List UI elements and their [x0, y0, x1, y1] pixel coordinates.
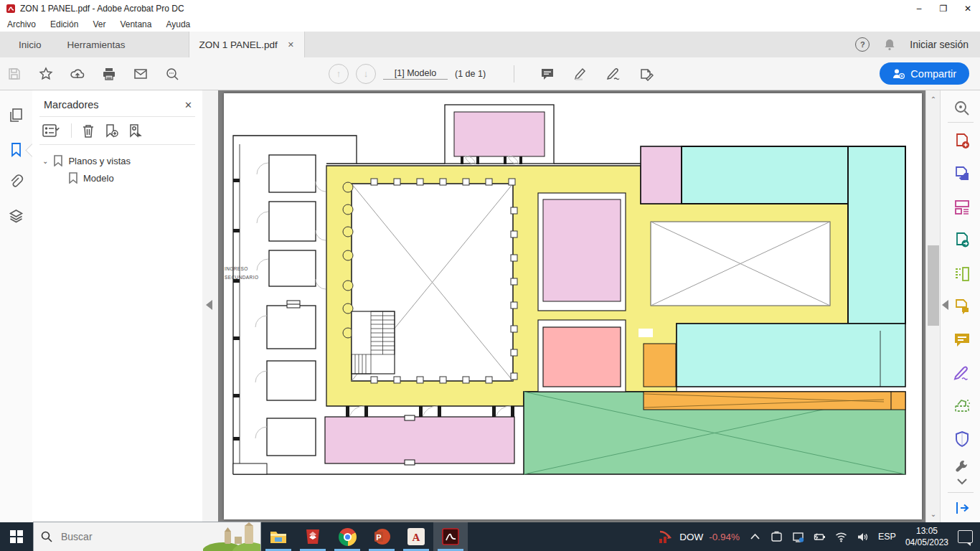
bookmarks-icon[interactable] — [9, 142, 24, 157]
tab-document[interactable]: ZON 1 PANEL.pdf ✕ — [189, 32, 306, 57]
vertical-scrollbar[interactable]: ⌃ ⌄ — [925, 90, 941, 522]
new-bookmark-icon[interactable] — [105, 124, 118, 138]
volume-icon[interactable] — [857, 531, 869, 543]
more-tools-icon[interactable] — [955, 459, 969, 474]
comment-icon[interactable] — [953, 331, 971, 349]
bookmark-item-child[interactable]: Modelo — [37, 169, 198, 187]
clock-time: 13:05 — [905, 525, 948, 537]
windows-logo-icon — [10, 530, 23, 543]
cloud-upload-icon[interactable] — [70, 67, 85, 81]
scroll-up-icon[interactable]: ⌃ — [930, 96, 937, 103]
attachments-icon[interactable] — [9, 174, 24, 189]
sign-pen-icon[interactable] — [606, 67, 621, 81]
bookmark-icon — [68, 172, 78, 184]
print-icon[interactable] — [102, 67, 116, 81]
create-pdf-icon[interactable] — [953, 133, 971, 150]
tab-bar: Inicio Herramientas ZON 1 PANEL.pdf ✕ ? … — [0, 32, 980, 57]
taskbar-app-file-explorer[interactable] — [261, 522, 296, 551]
scan-ocr-icon[interactable] — [953, 397, 971, 415]
fill-sign-icon[interactable] — [953, 364, 971, 382]
organize-pages-icon[interactable] — [953, 199, 971, 216]
menu-archivo[interactable]: Archivo — [0, 19, 43, 29]
tools-panel — [940, 90, 980, 522]
taskbar-app-powerpoint[interactable]: P — [364, 522, 399, 551]
page-down-button[interactable]: ↓ — [356, 64, 376, 84]
menu-ver[interactable]: Ver — [85, 19, 113, 29]
stock-widget[interactable]: DOW -0.94% — [658, 529, 740, 544]
expand-tools-pane-icon[interactable] — [955, 501, 969, 515]
search-input[interactable] — [60, 530, 170, 543]
stamp-page-icon[interactable] — [639, 67, 654, 81]
display-cast-icon[interactable] — [792, 531, 804, 543]
menu-edicion[interactable]: Edición — [43, 19, 85, 29]
sign-in-link[interactable]: Iniciar sesión — [910, 39, 969, 50]
page-up-button[interactable]: ↑ — [329, 64, 349, 84]
bookmark-options-icon[interactable] — [42, 124, 61, 137]
taskbar-app-sketchup[interactable] — [296, 522, 330, 551]
close-button[interactable]: ✕ — [956, 0, 980, 17]
collapse-left-panel-icon[interactable] — [206, 300, 212, 310]
protect-icon[interactable] — [953, 430, 971, 448]
tab-inicio[interactable]: Inicio — [6, 32, 55, 57]
acrobat-window: ZON 1 PANEL.pdf - Adobe Acrobat Pro DC –… — [0, 0, 980, 551]
search-tools-icon[interactable] — [953, 100, 971, 117]
language-indicator[interactable]: ESP — [878, 532, 896, 542]
window-title: ZON 1 PANEL.pdf - Adobe Acrobat Pro DC — [20, 4, 184, 14]
export-pdf-icon[interactable] — [953, 166, 971, 183]
comment-note-icon[interactable] — [540, 67, 555, 81]
panel-gutter — [202, 90, 218, 522]
page-thumbnails-icon[interactable] — [9, 108, 24, 123]
page-number-field[interactable] — [383, 67, 448, 80]
collapse-right-panel-icon[interactable] — [942, 300, 948, 310]
tray-chevron-up-icon[interactable] — [749, 531, 761, 543]
bookmarks-panel: Marcadores ✕ — [32, 90, 203, 522]
pdf-page[interactable]: INGRESO SECUNDARIO — [224, 93, 922, 519]
tab-close-icon[interactable]: ✕ — [288, 40, 294, 50]
bookmarks-panel-title: Marcadores — [44, 99, 99, 110]
request-signatures-icon[interactable] — [953, 298, 971, 316]
scrollbar-thumb[interactable] — [928, 245, 939, 326]
bookmark-label[interactable]: Modelo — [83, 173, 114, 184]
layers-icon[interactable] — [9, 209, 24, 224]
menu-ventana[interactable]: Ventana — [113, 19, 159, 29]
bookmark-item-parent[interactable]: ⌄ Planos y vistas — [37, 152, 198, 169]
tablet-mode-icon[interactable] — [771, 531, 783, 543]
toolbar: ↑ ↓ (1 de 1) — [0, 57, 980, 90]
search-icon — [41, 531, 52, 542]
divider — [948, 122, 974, 123]
battery-icon[interactable] — [814, 531, 826, 543]
menu-ayuda[interactable]: Ayuda — [159, 19, 197, 29]
send-file-icon[interactable] — [953, 232, 971, 249]
bell-icon[interactable] — [882, 37, 897, 52]
chevron-down-icon[interactable] — [956, 478, 968, 485]
save-icon[interactable] — [7, 67, 22, 81]
star-favorite-icon[interactable] — [39, 67, 53, 81]
clock[interactable]: 13:05 04/05/2023 — [905, 525, 948, 548]
sketchup-icon — [303, 527, 322, 546]
wifi-icon[interactable] — [835, 531, 847, 543]
minimize-button[interactable]: – — [907, 0, 931, 17]
help-icon[interactable]: ? — [855, 37, 870, 52]
maximize-button[interactable]: ❐ — [931, 0, 956, 17]
highlighter-icon[interactable] — [573, 67, 588, 81]
email-icon[interactable] — [133, 67, 148, 81]
bookmarks-close-icon[interactable]: ✕ — [184, 100, 192, 110]
action-center-icon[interactable] — [958, 530, 973, 543]
toolbar-divider — [514, 65, 514, 83]
go-to-bookmark-icon[interactable] — [128, 124, 142, 138]
start-button[interactable] — [0, 522, 33, 551]
taskbar-app-acrobat[interactable] — [433, 522, 468, 551]
tab-herramientas[interactable]: Herramientas — [55, 32, 138, 57]
edit-pdf-icon[interactable] — [953, 265, 971, 283]
taskbar-app-autocad[interactable]: A — [399, 522, 433, 551]
taskbar-app-chrome[interactable] — [330, 522, 364, 551]
chevron-down-icon[interactable]: ⌄ — [42, 157, 48, 165]
delete-bookmark-icon[interactable] — [82, 124, 95, 138]
find-icon[interactable] — [165, 67, 179, 81]
taskbar-search[interactable] — [33, 522, 261, 551]
scroll-down-icon[interactable]: ⌄ — [930, 511, 937, 518]
divider — [71, 123, 72, 138]
acrobat-icon — [441, 527, 460, 546]
share-button[interactable]: Compartir — [880, 62, 969, 85]
bookmark-label[interactable]: Planos y vistas — [68, 156, 131, 166]
